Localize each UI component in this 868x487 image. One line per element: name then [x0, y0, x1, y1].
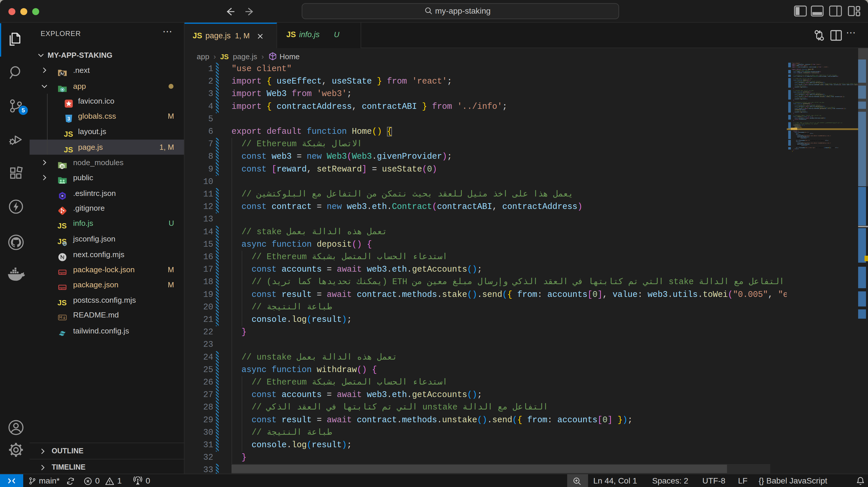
- svg-text:npm: npm: [59, 271, 65, 274]
- svg-text:npm: npm: [59, 286, 65, 290]
- svg-text:JS: JS: [60, 165, 64, 168]
- svg-text:3: 3: [68, 116, 70, 121]
